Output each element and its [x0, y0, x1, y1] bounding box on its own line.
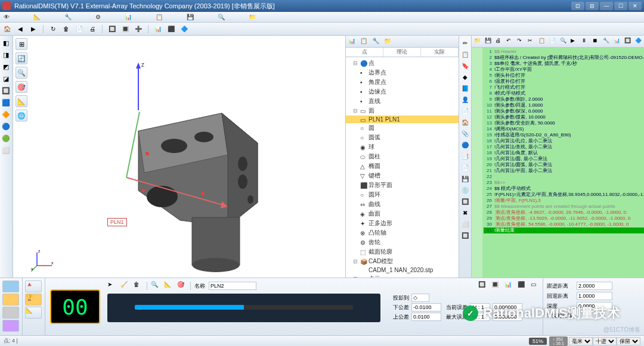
- toolbar-button[interactable]: ▶: [29, 24, 38, 34]
- tree-node[interactable]: ⬛异形平面: [346, 180, 459, 190]
- program-side-button[interactable]: ◆: [460, 72, 470, 82]
- viewport-tool-button[interactable]: 🌐: [16, 110, 27, 121]
- lower-tol-input[interactable]: [411, 303, 441, 311]
- tree-node[interactable]: ○圆弧: [346, 133, 459, 142]
- toolbar-button[interactable]: 🔲: [107, 24, 117, 34]
- program-side-button[interactable]: 👤: [460, 95, 470, 104]
- tree-node[interactable]: CADM_1 NAN_2020.stp: [346, 266, 459, 274]
- program-side-button[interactable]: 💿: [460, 185, 470, 195]
- palette-button[interactable]: ◧: [1, 38, 11, 48]
- code-line[interactable]: 31!测量结束: [484, 227, 644, 233]
- toolbar-button[interactable]: ⬛: [166, 24, 176, 34]
- code-line[interactable]: 24$$ 模式/手动模式: [484, 186, 644, 192]
- menu-item[interactable]: 📁: [249, 14, 256, 20]
- bottom-tool-button[interactable]: [2, 320, 19, 332]
- program-toolbar-button[interactable]: ✂: [528, 38, 536, 46]
- program-toolbar-button[interactable]: ▶: [571, 38, 579, 46]
- tree-tool-icon[interactable]: 📁: [384, 38, 392, 46]
- sys-button[interactable]: ⊡: [571, 2, 584, 10]
- curdev-at[interactable]: [470, 303, 490, 311]
- code-line[interactable]: 17!几何算法/直线, 最小二乘法: [484, 144, 644, 150]
- palette-button[interactable]: 🔶: [1, 110, 11, 119]
- palette-button[interactable]: 🟢: [1, 133, 11, 143]
- program-side-button[interactable]: 🔲: [460, 197, 470, 206]
- tree-node[interactable]: ⊟🔵点: [346, 58, 459, 68]
- tree-node[interactable]: ⊟▭面: [346, 106, 459, 116]
- code-line[interactable]: 27$$ Measurement points are created thro…: [484, 204, 644, 210]
- program-toolbar-button[interactable]: 🔲: [624, 38, 633, 46]
- bottom-tool-button[interactable]: [2, 280, 19, 292]
- program-side-button[interactable]: ⬜: [460, 219, 470, 229]
- bottom-tool-button[interactable]: [2, 307, 19, 319]
- toolbar-button[interactable]: 🗑: [61, 24, 71, 34]
- program-side-button[interactable]: 🔖: [460, 61, 470, 70]
- menu-item[interactable]: 👁: [4, 14, 10, 20]
- measure-tool-icon[interactable]: ➤: [107, 281, 117, 291]
- palette-button[interactable]: ◨: [1, 50, 11, 60]
- toolbar-button[interactable]: 🔷: [179, 24, 189, 34]
- program-side-button[interactable]: 📎: [460, 129, 470, 138]
- bottom-tool-button[interactable]: 📐: [25, 307, 42, 319]
- measure-tool-icon[interactable]: ▭: [531, 281, 540, 291]
- code-line[interactable]: 20!几何算法/圆弧, 最小二乘法: [484, 162, 644, 168]
- code-line[interactable]: 8!模式/手动模式: [484, 91, 644, 96]
- approach-input[interactable]: [577, 282, 612, 290]
- tree-node[interactable]: △椭圆: [346, 161, 459, 171]
- code-line[interactable]: 23$$>>: [484, 180, 644, 186]
- measure-tool-icon[interactable]: 📊: [504, 281, 514, 291]
- code-line[interactable]: 29 测点/直角坐标, -13.5029, -0.0000, -11.9052,…: [484, 216, 644, 222]
- tree-tool-icon[interactable]: 📋: [360, 38, 369, 46]
- tree-node[interactable]: •角度点: [346, 77, 459, 87]
- close-button[interactable]: ✕: [628, 2, 642, 10]
- tree-node[interactable]: ⊞☁点云: [346, 274, 459, 278]
- menu-item[interactable]: 📋: [156, 14, 163, 20]
- minimize-button[interactable]: —: [600, 2, 613, 10]
- tree-node[interactable]: ⬭圆柱: [346, 152, 459, 161]
- depth-input[interactable]: [577, 302, 612, 310]
- program-toolbar-button[interactable]: ↷: [517, 38, 525, 46]
- code-line[interactable]: 7!飞行模式/打开: [484, 85, 644, 91]
- tree-node[interactable]: •边缘点: [346, 87, 459, 96]
- program-side-button[interactable]: ✖: [460, 208, 470, 217]
- program-toolbar-button[interactable]: ⏹: [592, 38, 600, 46]
- measure-tool-icon[interactable]: 📐: [164, 281, 174, 291]
- tree-node[interactable]: •直线: [346, 96, 459, 106]
- measure-tool-icon[interactable]: 🔳: [491, 281, 501, 291]
- retract-input[interactable]: [577, 292, 612, 300]
- bottom-tool-button[interactable]: 🏆: [25, 294, 42, 306]
- tree-tool-icon[interactable]: 🔧: [372, 38, 380, 46]
- toolbar-button[interactable]: 📄: [75, 24, 84, 34]
- tree-tool-icon[interactable]: 📊: [348, 38, 357, 46]
- tree-node[interactable]: ⚙齿轮: [346, 238, 459, 247]
- sys-button[interactable]: ⊟: [586, 2, 599, 10]
- code-line[interactable]: 18!几何算法/角度, 默认: [484, 150, 644, 156]
- program-editor[interactable]: 1$$ Header2$$程序标志 / Created by [爱科腾瑞科技(北…: [472, 48, 644, 278]
- toolbar-button[interactable]: 🏠: [2, 24, 12, 34]
- code-line[interactable]: 25!F(PLN1)=元素定义/平面,直角坐标,38.9345,0.0000,1…: [484, 192, 644, 198]
- toolbar-button[interactable]: ◀: [16, 24, 25, 34]
- program-toolbar-button[interactable]: 📁: [474, 38, 482, 46]
- program-toolbar-button[interactable]: ⏸: [581, 38, 590, 46]
- palette-button[interactable]: 🟦: [1, 98, 11, 107]
- measure-tool-icon[interactable]: 🔲: [478, 281, 488, 291]
- program-side-button[interactable]: 🔲: [460, 230, 470, 240]
- palette-button[interactable]: 🔵: [1, 121, 11, 131]
- tree-tab[interactable]: 点: [346, 48, 383, 57]
- code-line[interactable]: 9!测头参数/测距, 2.0000: [484, 96, 644, 102]
- upper-tol-input[interactable]: [411, 313, 441, 321]
- program-toolbar-button[interactable]: 📄: [549, 38, 558, 46]
- menu-item[interactable]: 📊: [125, 14, 132, 20]
- tree-node[interactable]: ○圆: [346, 123, 459, 133]
- toolbar-button[interactable]: ➕: [134, 24, 143, 34]
- palette-button[interactable]: ◩: [1, 62, 11, 71]
- palette-button[interactable]: ⬜: [1, 145, 11, 155]
- 3d-viewport[interactable]: ⊞🔄🔍🎯📐🌐 z PLN1: [13, 36, 346, 278]
- code-line[interactable]: 14!调用/D(MCS): [484, 126, 644, 132]
- program-side-button[interactable]: 📄: [460, 163, 470, 172]
- code-line[interactable]: 2$$程序标志 / Created by [爱科腾瑞科技(北京)有限公司-091…: [484, 55, 644, 61]
- code-line[interactable]: 30 测点/直角坐标, 54.5586, -0.0000, -10.4777, …: [484, 222, 644, 227]
- program-side-button[interactable]: 🔵: [460, 140, 470, 149]
- bottom-tool-button[interactable]: 🔺: [25, 280, 42, 292]
- measure-tool-icon[interactable]: 🗑: [134, 281, 143, 291]
- code-line[interactable]: 15!传感器通用/S(S20-D2_0_A90_B90): [484, 132, 644, 138]
